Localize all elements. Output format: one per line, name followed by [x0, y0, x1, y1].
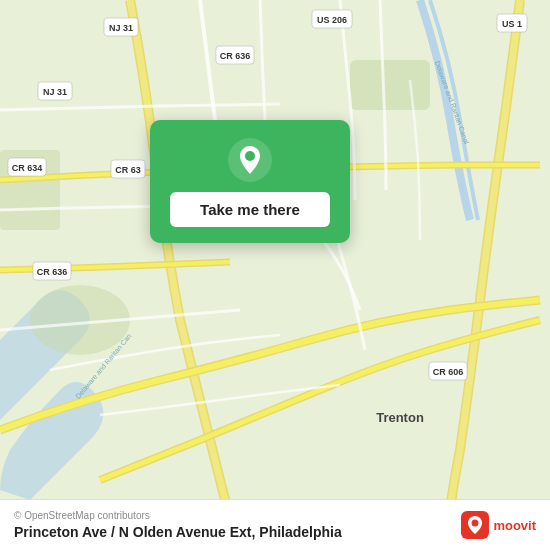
svg-text:CR 63: CR 63	[115, 165, 141, 175]
location-name: Princeton Ave / N Olden Avenue Ext, Phil…	[14, 524, 342, 540]
svg-rect-1	[350, 60, 430, 110]
svg-text:NJ 31: NJ 31	[109, 23, 133, 33]
svg-text:CR 636: CR 636	[220, 51, 251, 61]
take-me-there-button[interactable]: Take me there	[170, 192, 330, 227]
svg-point-28	[472, 520, 479, 527]
map-svg: Delaware and Raritan Canal Delaware and …	[0, 0, 550, 550]
bottom-bar: © OpenStreetMap contributors Princeton A…	[0, 499, 550, 550]
moovit-brand-name: moovit	[493, 518, 536, 533]
moovit-brand-icon	[461, 511, 489, 539]
svg-text:CR 636: CR 636	[37, 267, 68, 277]
svg-point-26	[245, 151, 255, 161]
moovit-logo: moovit	[461, 511, 536, 539]
bottom-left: © OpenStreetMap contributors Princeton A…	[14, 510, 342, 540]
svg-text:CR 634: CR 634	[12, 163, 43, 173]
svg-text:US 1: US 1	[502, 19, 522, 29]
osm-attribution: © OpenStreetMap contributors	[14, 510, 342, 521]
svg-text:NJ 31: NJ 31	[43, 87, 67, 97]
map-container: Delaware and Raritan Canal Delaware and …	[0, 0, 550, 550]
svg-rect-0	[0, 0, 550, 550]
svg-text:US 206: US 206	[317, 15, 347, 25]
popup-card: Take me there	[150, 120, 350, 243]
location-pin-icon	[228, 138, 272, 182]
svg-text:Trenton: Trenton	[376, 410, 424, 425]
svg-text:CR 606: CR 606	[433, 367, 464, 377]
